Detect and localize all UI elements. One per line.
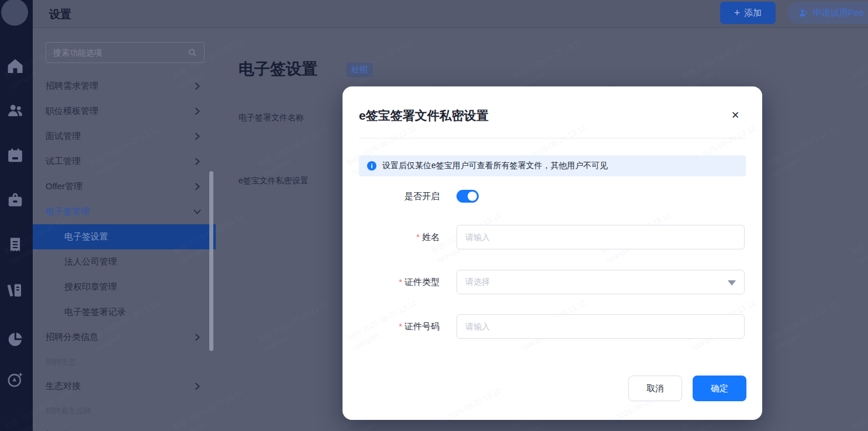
info-banner-text: 设置后仅某位e签宝用户可查看所有签署文件，其他用户不可见 xyxy=(382,161,608,171)
toggle-knob xyxy=(468,192,477,201)
sidebar-item-recruit-channel[interactable]: 招聘渠道设置 xyxy=(33,423,216,431)
form-row-id-number: *证件号码 xyxy=(359,314,746,339)
esign-private-settings-modal: 盼盼 2025-08-20 13:12lipanpan盼盼 2025-08-20… xyxy=(343,86,762,420)
chevron-right-icon xyxy=(193,132,202,141)
sidebar-item-offer[interactable]: Offer管理 xyxy=(33,174,216,199)
field-label-esign-doc-name: 电子签署文件名称 xyxy=(238,113,304,123)
sidebar-item-trial-work[interactable]: 试工管理 xyxy=(33,149,216,174)
chevron-right-icon xyxy=(193,107,202,116)
icon-rail xyxy=(0,0,33,431)
page-header-title: 设置 xyxy=(49,7,71,22)
close-icon[interactable]: ✕ xyxy=(728,109,742,123)
chevron-right-icon xyxy=(193,333,202,342)
enable-toggle[interactable] xyxy=(457,190,479,203)
sidebar-item-recruit-demand[interactable]: 招聘需求管理 xyxy=(33,74,216,99)
confirm-button[interactable]: 确定 xyxy=(693,376,746,401)
sidebar-item-interview[interactable]: 面试管理 xyxy=(33,124,216,149)
dropdown-caret-icon xyxy=(728,280,736,286)
id-type-select[interactable]: 请选择 xyxy=(457,270,745,294)
sidebar-item-seal-management[interactable]: 授权印章管理 xyxy=(33,274,216,300)
form-row-id-type: *证件类型 请选择 xyxy=(359,270,746,294)
app-root: 设置 + 添加 申请试用Peo xyxy=(0,0,868,431)
name-field[interactable] xyxy=(457,225,745,249)
sidebar-item-recruit-category[interactable]: 招聘分类信息 xyxy=(33,325,216,350)
field-label-esign-private-setting: e签宝文件私密设置 xyxy=(238,176,309,186)
status-badge: 社招 xyxy=(346,62,373,77)
compass-sparkle-icon[interactable] xyxy=(6,371,24,388)
modal-divider xyxy=(359,138,746,138)
sidebar-item-esign-management[interactable]: 电子签管理 xyxy=(33,199,216,224)
top-app-bar: 设置 + 添加 申请试用Peo xyxy=(33,0,868,28)
apply-trial-label: 申请试用Peo xyxy=(813,8,864,19)
add-button-label: 添加 xyxy=(744,8,762,19)
page-title: 电子签设置 xyxy=(238,58,317,79)
chevron-right-icon xyxy=(193,157,202,166)
info-banner: i 设置后仅某位e签宝用户可查看所有签署文件，其他用户不可见 xyxy=(359,155,746,176)
settings-sidebar: 招聘需求管理 职位模板管理 面试管理 试工管理 Offer管理 电子签管理 电子… xyxy=(33,28,216,431)
person-icon xyxy=(799,8,808,18)
sidebar-item-legal-company[interactable]: 法人公司管理 xyxy=(33,249,216,274)
id-type-label: *证件类型 xyxy=(359,277,440,288)
sidebar-section-employer-brand: 招聘雇主品牌 xyxy=(33,399,216,423)
search-icon xyxy=(188,48,197,57)
required-mark: * xyxy=(399,277,402,287)
chevron-right-icon xyxy=(193,82,202,91)
sidebar-item-esign-records[interactable]: 电子签签署记录 xyxy=(33,300,216,325)
id-number-field[interactable] xyxy=(457,314,745,339)
library-icon[interactable] xyxy=(6,281,24,299)
calendar-icon[interactable] xyxy=(6,147,24,164)
avatar[interactable] xyxy=(1,0,28,26)
select-placeholder: 请选择 xyxy=(465,277,490,287)
toggle-row: 是否开启 xyxy=(359,190,479,203)
apply-trial-button[interactable]: 申请试用Peo xyxy=(787,2,868,24)
sidebar-scrollbar[interactable] xyxy=(209,171,213,351)
info-icon: i xyxy=(367,161,376,171)
required-mark: * xyxy=(399,321,402,331)
sidebar-section-recruit-ecosystem: 招聘生态 xyxy=(33,350,216,374)
chevron-right-icon xyxy=(193,182,202,191)
required-mark: * xyxy=(416,232,420,242)
id-number-label: *证件号码 xyxy=(359,321,440,332)
modal-title: e签宝签署文件私密设置 xyxy=(359,107,489,124)
toggle-label: 是否开启 xyxy=(359,191,440,202)
search-input[interactable] xyxy=(46,42,205,63)
form-row-name: *姓名 xyxy=(359,225,746,249)
chevron-right-icon xyxy=(193,382,202,391)
pie-chart-icon[interactable] xyxy=(6,331,24,348)
modal-footer: 取消 确定 xyxy=(628,376,746,401)
add-button[interactable]: + 添加 xyxy=(720,2,776,24)
document-icon[interactable] xyxy=(6,236,24,253)
users-icon[interactable] xyxy=(6,102,24,119)
home-icon[interactable] xyxy=(6,57,24,75)
sidebar-item-esign-settings[interactable]: 电子签设置 xyxy=(33,224,216,249)
cancel-button[interactable]: 取消 xyxy=(628,376,682,401)
name-label: *姓名 xyxy=(359,232,440,243)
chevron-down-icon xyxy=(193,207,202,216)
sidebar-item-ecosystem-connect[interactable]: 生态对接 xyxy=(33,374,216,399)
sidebar-item-job-template[interactable]: 职位模板管理 xyxy=(33,99,216,124)
briefcase-icon[interactable] xyxy=(6,191,24,208)
plus-icon: + xyxy=(734,8,741,18)
